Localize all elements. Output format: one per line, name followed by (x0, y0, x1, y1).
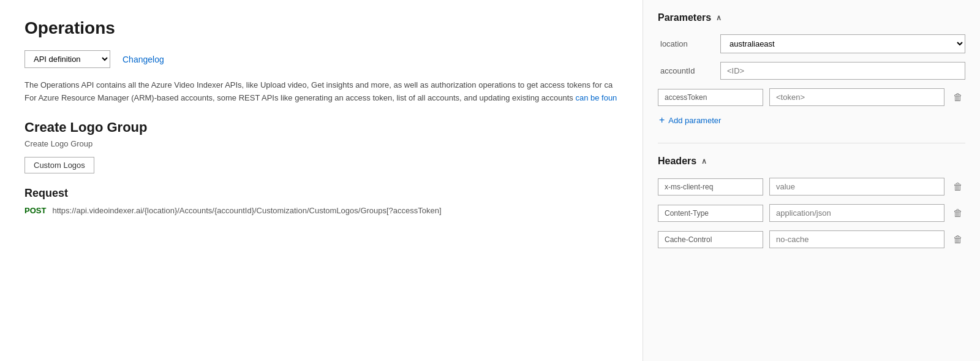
location-param-select[interactable]: australiaeast westus2 eastus westeurope … (720, 34, 965, 53)
arm-docs-link[interactable]: can be foun (575, 93, 617, 102)
add-parameter-label: Add parameter (668, 116, 721, 125)
access-token-row: 🗑 (658, 88, 965, 106)
description-text: The Operations API contains all the Azur… (24, 79, 618, 105)
location-param-label: location (658, 39, 713, 48)
section-divider (658, 143, 965, 143)
cache-control-key-input[interactable] (658, 231, 763, 248)
create-logo-group-subtitle: Create Logo Group (24, 139, 618, 148)
headers-section-header: Headers ∧ (658, 156, 965, 167)
x-ms-client-req-delete-icon[interactable]: 🗑 (951, 180, 965, 194)
x-ms-client-req-row: 🗑 (658, 178, 965, 196)
api-definition-dropdown[interactable]: API definition (24, 50, 110, 68)
toolbar: API definition Changelog (24, 50, 618, 68)
request-url-row: POST https://api.videoindexer.ai/{locati… (24, 206, 618, 215)
cache-control-row: 🗑 (658, 230, 965, 248)
cache-control-value-input[interactable] (769, 230, 944, 248)
parameters-chevron-icon[interactable]: ∧ (716, 13, 722, 22)
add-param-plus-icon: + (659, 115, 665, 126)
right-panel: Parameters ∧ location australiaeast west… (643, 0, 980, 361)
left-panel: Operations API definition Changelog The … (0, 0, 643, 361)
page-title: Operations (24, 18, 618, 38)
content-type-row: 🗑 (658, 204, 965, 222)
request-section-title: Request (24, 187, 618, 200)
add-parameter-row[interactable]: + Add parameter (658, 115, 965, 126)
headers-label: Headers (658, 156, 696, 167)
custom-logos-tag[interactable]: Custom Logos (24, 157, 94, 173)
content-type-value-input[interactable] (769, 204, 944, 222)
changelog-link[interactable]: Changelog (123, 55, 164, 64)
parameters-label: Parameters (658, 12, 711, 23)
location-param-row: location australiaeast westus2 eastus we… (658, 34, 965, 53)
http-method-badge: POST (24, 206, 46, 215)
account-id-input[interactable] (720, 62, 965, 80)
access-token-value-input[interactable] (769, 88, 944, 106)
content-type-key-input[interactable] (658, 205, 763, 222)
access-token-delete-icon[interactable]: 🗑 (951, 91, 965, 104)
content-type-delete-icon[interactable]: 🗑 (951, 207, 965, 220)
access-token-key-input[interactable] (658, 89, 763, 106)
x-ms-client-req-value-input[interactable] (769, 178, 944, 196)
create-logo-group-title: Create Logo Group (24, 120, 618, 135)
headers-chevron-icon[interactable]: ∧ (701, 157, 707, 165)
cache-control-delete-icon[interactable]: 🗑 (951, 233, 965, 246)
account-id-param-row: accountId (658, 62, 965, 80)
x-ms-client-req-key-input[interactable] (658, 178, 763, 196)
account-id-param-label: accountId (658, 66, 713, 75)
parameters-section-header: Parameters ∧ (658, 12, 965, 23)
request-url-text: https://api.videoindexer.ai/{location}/A… (52, 206, 441, 215)
